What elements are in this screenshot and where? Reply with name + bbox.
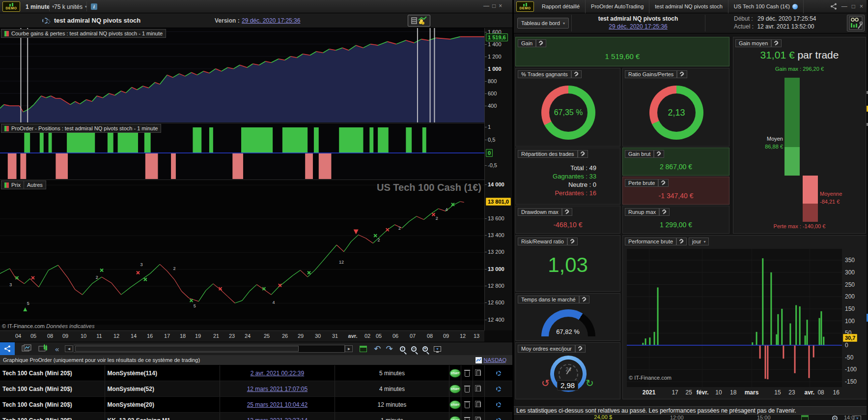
gears-icon[interactable] — [496, 418, 501, 420]
gears-icon[interactable] — [496, 387, 501, 391]
fullscreen-icon[interactable]: ▼ — [854, 416, 861, 420]
trash-icon[interactable] — [465, 403, 470, 408]
backtest-date-link[interactable]: 12 mars 2021 22:37:14 — [247, 417, 308, 420]
wrench-icon[interactable] — [771, 39, 782, 47]
gain-moyen-value-line: 31,01 € par trade — [733, 49, 866, 61]
zoom-in-icon[interactable]: + — [422, 346, 428, 352]
info-icon[interactable]: i — [91, 3, 97, 10]
tab-prix[interactable]: Prix — [1, 180, 24, 189]
detach-chart-button[interactable] — [38, 344, 48, 354]
minimize-button[interactable]: — — [483, 2, 489, 9]
backtest-report-button[interactable] — [408, 15, 430, 27]
maximize-button[interactable]: □ — [852, 3, 855, 10]
wrench-icon[interactable] — [571, 70, 582, 78]
start-button[interactable]: START — [449, 369, 461, 378]
calendar-icon[interactable] — [801, 415, 809, 420]
scroll-right-button[interactable]: ► — [345, 345, 353, 352]
tab-test-admiral-nq-pivots-stoch[interactable]: test admiral NQ pivots stoch — [649, 0, 728, 13]
indicative-data-note: Données indicatives — [46, 323, 94, 329]
wrench-icon[interactable] — [676, 238, 687, 245]
wrench-icon[interactable] — [659, 208, 670, 216]
time-in-market-card: Temps dans le marché 67,82 % — [515, 293, 620, 341]
report-date-link[interactable]: 29 déc. 2020 17:25:36 — [609, 23, 667, 30]
gain-moyen-suffix: par trade — [795, 49, 839, 60]
wrench-icon[interactable] — [575, 345, 586, 353]
copy-icon[interactable] — [476, 386, 481, 391]
tab-autres[interactable]: Autres — [24, 180, 46, 189]
cell-delete — [461, 365, 473, 381]
dashboard-dropdown[interactable]: Tableau de bord▾ — [517, 18, 569, 29]
time-axis-tick: 16 — [147, 333, 153, 339]
maximize-button[interactable]: □ — [492, 2, 496, 9]
svg-text:5: 5 — [194, 303, 196, 308]
calendar-icon[interactable] — [360, 346, 367, 352]
report-header: Tableau de bord▾ test admiral NQ pivots … — [514, 13, 867, 33]
equity-pane-label[interactable]: Courbe gains & pertes : test admiral NQ … — [1, 29, 166, 38]
system-header: test admiral NQ pivots stoch Version : 2… — [0, 13, 512, 28]
units-value: 75 k unités — [54, 3, 83, 10]
backtest-date-link[interactable]: 12 mars 2021 17:07:05 — [247, 386, 308, 392]
max-drawdown-card: Drawdown max -468,10 € — [515, 206, 620, 234]
svg-text:4: 4 — [273, 300, 275, 305]
wrench-icon[interactable] — [677, 70, 687, 78]
share-icon[interactable] — [830, 3, 837, 10]
horizontal-scrollbar[interactable] — [74, 345, 345, 353]
scroll-left-button[interactable]: ◄ — [65, 345, 73, 352]
collapse-left-icon[interactable]: « — [55, 345, 59, 353]
gross-loss-card: Perte brute -1 347,40 € — [622, 177, 729, 205]
version-date-link[interactable]: 29 déc. 2020 17:25:36 — [242, 17, 300, 24]
cell-delete — [461, 413, 473, 420]
redo-icon[interactable]: ↷ — [386, 345, 393, 353]
fullscreen-icon[interactable]: ▼ — [434, 346, 441, 352]
time-axis-tick: 29 — [298, 333, 304, 339]
svg-text:3: 3 — [9, 282, 12, 287]
close-button[interactable]: × — [499, 2, 502, 9]
wrench-icon[interactable] — [579, 296, 589, 303]
zoom-in-icon[interactable]: + — [832, 416, 838, 420]
backtest-date-link[interactable]: 25 mars 2021 10:04:42 — [247, 401, 308, 408]
backtest-date-link[interactable]: 2 avr. 2021 00:22:39 — [251, 370, 304, 377]
minimize-button[interactable]: — — [841, 3, 847, 10]
wrench-icon[interactable] — [536, 39, 546, 47]
trash-icon[interactable] — [465, 387, 470, 392]
close-button[interactable]: × — [860, 3, 863, 10]
risk-reward-card: Risk/Reward ratio 1,03 — [515, 235, 620, 292]
copy-icon[interactable] — [476, 402, 481, 407]
start-button[interactable]: START — [449, 385, 461, 393]
start-button[interactable]: START — [449, 400, 461, 409]
time-axis-tick: 25 — [264, 333, 270, 339]
cell-timeframe: 1 minute — [335, 413, 450, 420]
exchange-link[interactable]: NASDAQ — [484, 357, 506, 363]
pane-icon — [4, 126, 9, 131]
snapshot-button[interactable] — [22, 344, 31, 354]
perte-brute-label: Perte brute — [625, 179, 658, 187]
report-settings-button[interactable] — [847, 15, 865, 31]
perf-period-dropdown[interactable]: jour▾ — [689, 238, 709, 245]
share-button[interactable] — [0, 342, 15, 356]
gears-icon[interactable] — [496, 402, 501, 407]
units-dropdown[interactable]: 75 k unités▾ — [50, 0, 91, 13]
trash-icon[interactable] — [465, 419, 470, 420]
copy-icon[interactable] — [476, 418, 481, 420]
time-axis-tick: 07 — [410, 333, 416, 339]
tab-rapport-d-taill-[interactable]: Rapport détaillé — [536, 0, 586, 13]
wrench-icon[interactable] — [658, 179, 669, 187]
gears-icon[interactable] — [496, 371, 501, 376]
tab-proorder-autotrading[interactable]: ProOrder AutoTrading — [586, 0, 649, 13]
undo-icon[interactable]: ↶ — [374, 345, 381, 353]
wrench-icon[interactable] — [654, 150, 664, 158]
start-button[interactable]: START — [449, 416, 461, 420]
scrollbar-thumb[interactable] — [75, 346, 299, 352]
positions-pane-label[interactable]: ProOrder - Positions : test admiral NQ p… — [1, 124, 161, 133]
wrench-icon[interactable] — [562, 208, 572, 216]
zoom-fit-icon[interactable]: ↕ — [400, 346, 405, 352]
perf-x-tick: 10 — [715, 389, 722, 396]
wrench-icon[interactable] — [578, 150, 588, 158]
copy-icon[interactable] — [476, 370, 481, 376]
disclaimer-strip: Les statistiques ci-dessus sont relative… — [514, 406, 868, 415]
trash-icon[interactable] — [465, 371, 470, 377]
tab-us-tech-100-cash-1-[interactable]: US Tech 100 Cash (1€) — [728, 0, 804, 13]
perf-x-tick: mars — [745, 389, 759, 396]
zoom-out-icon[interactable]: − — [411, 346, 417, 352]
wrench-icon[interactable] — [567, 238, 578, 245]
